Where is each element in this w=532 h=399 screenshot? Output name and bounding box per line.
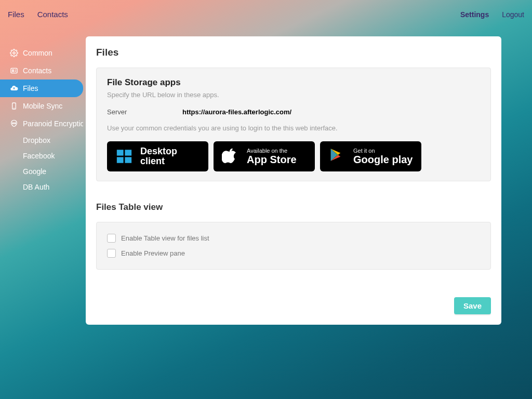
sidebar-item-label: Contacts <box>23 66 51 75</box>
sidebar-item-label: Paranoid Encryption <box>23 119 83 128</box>
sidebar-item-label: Mobile Sync <box>23 102 62 110</box>
table-view-heading: Files Table view <box>96 202 491 212</box>
card-icon <box>9 66 19 75</box>
settings-panel: Files File Storage apps Specify the URL … <box>86 36 501 325</box>
svg-point-2 <box>12 70 14 71</box>
server-value: https://aurora-files.afterlogic.com/ <box>182 108 291 116</box>
apple-icon <box>222 148 240 165</box>
tab-contacts[interactable]: Contacts <box>37 10 68 19</box>
option-enable-preview-pane: Enable Preview pane <box>107 246 480 261</box>
server-row: Server https://aurora-files.afterlogic.c… <box>107 108 480 116</box>
gear-icon <box>9 48 19 58</box>
link-settings[interactable]: Settings <box>460 10 489 19</box>
sidebar-item-label: Files <box>23 84 38 92</box>
save-button[interactable]: Save <box>454 297 491 314</box>
windows-icon <box>115 148 133 165</box>
file-storage-heading: File Storage apps <box>107 77 480 88</box>
sidebar-item-mobile-sync[interactable]: Mobile Sync <box>0 97 83 115</box>
file-storage-card: File Storage apps Specify the URL below … <box>96 68 491 181</box>
link-logout[interactable]: Logout <box>502 10 524 19</box>
google-play-icon <box>328 148 346 165</box>
option-label: Enable Preview pane <box>121 249 185 257</box>
sidebar-sub-google[interactable]: Google <box>0 164 83 179</box>
checkbox-enable-preview-pane[interactable] <box>107 249 116 258</box>
sidebar-item-paranoid-encryption[interactable]: Paranoid Encryption <box>0 115 83 132</box>
cloud-icon <box>9 84 19 93</box>
file-storage-desc: Specify the URL below in these apps. <box>107 91 480 99</box>
svg-rect-6 <box>117 150 124 155</box>
badge-play-text: Get it on Google play <box>353 148 413 165</box>
settings-sidebar: Common Contacts Files Mobile Sync Parano… <box>0 44 83 195</box>
badge-desktop-text: Desktop client <box>140 147 177 166</box>
sidebar-sub-dropbox[interactable]: Dropbox <box>0 132 83 148</box>
app-badges: Desktop client Available on the App Stor… <box>107 141 480 171</box>
top-tabs: Files Contacts <box>8 10 68 19</box>
svg-rect-7 <box>125 150 131 155</box>
checkbox-enable-table-view[interactable] <box>107 234 116 243</box>
top-bar: Files Contacts Settings Logout <box>0 0 532 29</box>
svg-point-0 <box>13 52 15 54</box>
table-view-card: Enable Table view for files list Enable … <box>96 222 491 270</box>
sidebar-sub-db-auth[interactable]: DB Auth <box>0 179 83 195</box>
svg-point-4 <box>12 123 14 124</box>
badge-appstore-text: Available on the App Store <box>247 148 297 165</box>
credentials-note: Use your common credentials you are usin… <box>107 124 480 132</box>
option-enable-table-view: Enable Table view for files list <box>107 231 480 246</box>
option-label: Enable Table view for files list <box>121 234 209 242</box>
sidebar-item-label: Common <box>23 49 52 57</box>
badge-desktop-client[interactable]: Desktop client <box>107 141 208 171</box>
badge-google-play[interactable]: Get it on Google play <box>320 141 421 171</box>
svg-rect-8 <box>117 157 124 163</box>
alien-icon <box>9 119 19 128</box>
sidebar-item-contacts[interactable]: Contacts <box>0 62 83 79</box>
tab-files[interactable]: Files <box>8 10 24 19</box>
sidebar-item-files[interactable]: Files <box>0 79 83 97</box>
sidebar-sub-facebook[interactable]: Facebook <box>0 148 83 164</box>
svg-rect-1 <box>11 68 17 73</box>
badge-app-store[interactable]: Available on the App Store <box>214 141 315 171</box>
svg-point-5 <box>15 123 16 124</box>
svg-rect-9 <box>125 157 131 163</box>
page-title: Files <box>96 47 491 58</box>
top-right: Settings Logout <box>460 10 524 19</box>
sidebar-item-common[interactable]: Common <box>0 44 83 62</box>
mobile-icon <box>9 101 19 111</box>
server-label: Server <box>107 108 182 116</box>
